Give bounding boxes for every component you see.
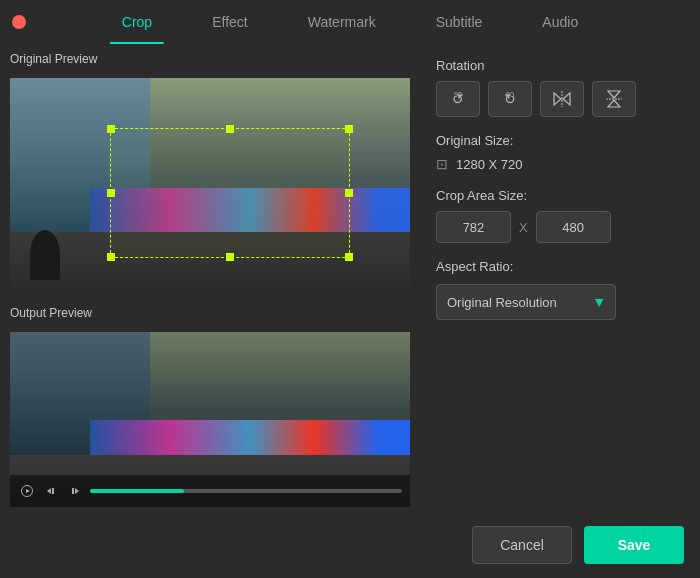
crop-width-input[interactable]	[436, 211, 511, 243]
left-panel: Original Preview O	[0, 44, 420, 578]
video-controls	[10, 475, 410, 507]
svg-marker-4	[75, 488, 79, 494]
forward-button[interactable]	[66, 482, 84, 500]
crop-size-row: X	[436, 211, 684, 243]
progress-bar[interactable]	[90, 489, 402, 493]
crop-handle-bottom-left[interactable]	[107, 253, 115, 261]
size-separator: X	[519, 220, 528, 235]
crop-area-section: Crop Area Size: X	[436, 188, 684, 243]
flip-horizontal-button[interactable]	[540, 81, 584, 117]
flip-vertical-button[interactable]	[592, 81, 636, 117]
original-size-section: Original Size: ⊡ 1280 X 720	[436, 133, 684, 172]
rotation-section: Rotation ↺ 90 ↻ 90	[436, 58, 684, 117]
right-panel: Rotation ↺ 90 ↻ 90	[420, 44, 700, 578]
crop-handle-top-left[interactable]	[107, 125, 115, 133]
output-preview-label: Output Preview	[10, 306, 410, 320]
crop-handle-bottom-right[interactable]	[345, 253, 353, 261]
crop-height-input[interactable]	[536, 211, 611, 243]
aspect-ratio-section: Aspect Ratio: Original Resolution 16:9 4…	[436, 259, 684, 320]
tab-subtitle[interactable]: Subtitle	[406, 0, 513, 44]
tab-crop[interactable]: Crop	[92, 0, 182, 44]
svg-marker-1	[26, 489, 30, 493]
play-button[interactable]	[18, 482, 36, 500]
original-size-value: 1280 X 720	[456, 157, 523, 172]
aspect-ratio-wrapper: Original Resolution 16:9 4:3 1:1 9:16 ▼	[436, 284, 616, 320]
rotation-buttons: ↺ 90 ↻ 90	[436, 81, 684, 117]
rotation-label: Rotation	[436, 58, 684, 73]
aspect-ratio-label: Aspect Ratio:	[436, 259, 684, 274]
crop-rectangle[interactable]	[110, 128, 350, 258]
original-preview-area	[10, 78, 410, 298]
tab-bar: Crop Effect Watermark Subtitle Audio	[0, 0, 700, 44]
svg-rect-5	[72, 488, 74, 494]
crop-handle-top-right[interactable]	[345, 125, 353, 133]
main-content: Original Preview O	[0, 44, 700, 578]
progress-fill	[90, 489, 184, 493]
tab-watermark[interactable]: Watermark	[278, 0, 406, 44]
title-bar: Crop Effect Watermark Subtitle Audio	[0, 0, 700, 44]
save-button[interactable]: Save	[584, 526, 684, 564]
svg-marker-11	[563, 93, 570, 105]
svg-marker-10	[554, 93, 561, 105]
svg-rect-3	[52, 488, 54, 494]
rotate-ccw-button[interactable]: ↺ 90	[436, 81, 480, 117]
original-preview-label: Original Preview	[10, 52, 410, 66]
rewind-button[interactable]	[42, 482, 60, 500]
bottom-buttons: Cancel Save	[436, 516, 684, 564]
person-silhouette	[30, 230, 60, 280]
tab-effect[interactable]: Effect	[182, 0, 278, 44]
crop-handle-mid-left[interactable]	[107, 189, 115, 197]
crop-handle-top-mid[interactable]	[226, 125, 234, 133]
svg-marker-2	[47, 488, 51, 494]
rotate-cw-button[interactable]: ↻ 90	[488, 81, 532, 117]
original-size-label: Original Size:	[436, 133, 684, 148]
original-size-display: ⊡ 1280 X 720	[436, 156, 684, 172]
crop-area-label: Crop Area Size:	[436, 188, 684, 203]
crop-handle-bottom-mid[interactable]	[226, 253, 234, 261]
svg-marker-13	[608, 91, 620, 98]
aspect-ratio-select[interactable]: Original Resolution 16:9 4:3 1:1 9:16	[436, 284, 616, 320]
crop-handle-mid-right[interactable]	[345, 189, 353, 197]
resize-icon: ⊡	[436, 156, 448, 172]
svg-text:90: 90	[454, 91, 462, 98]
output-preview-area	[10, 332, 410, 507]
cancel-button[interactable]: Cancel	[472, 526, 572, 564]
tab-audio[interactable]: Audio	[512, 0, 608, 44]
svg-text:90: 90	[506, 91, 514, 98]
svg-marker-14	[608, 100, 620, 107]
